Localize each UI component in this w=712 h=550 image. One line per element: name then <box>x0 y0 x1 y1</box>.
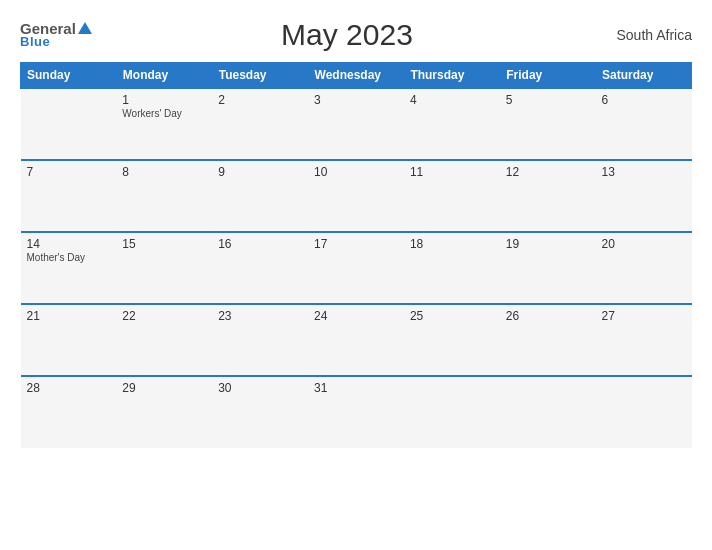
calendar-table: SundayMondayTuesdayWednesdayThursdayFrid… <box>20 62 692 448</box>
calendar-day-cell: 22 <box>116 304 212 376</box>
calendar-week-row: 21222324252627 <box>21 304 692 376</box>
calendar-day-cell <box>21 88 117 160</box>
calendar-day-cell: 11 <box>404 160 500 232</box>
calendar-day-cell: 10 <box>308 160 404 232</box>
day-number: 1 <box>122 93 206 107</box>
calendar-day-cell <box>404 376 500 448</box>
logo: General Blue <box>20 21 92 49</box>
holiday-label: Workers' Day <box>122 108 206 119</box>
day-number: 9 <box>218 165 302 179</box>
day-number: 29 <box>122 381 206 395</box>
day-number: 3 <box>314 93 398 107</box>
day-number: 26 <box>506 309 590 323</box>
calendar-day-cell <box>596 376 692 448</box>
day-number: 15 <box>122 237 206 251</box>
day-number: 13 <box>602 165 686 179</box>
day-number: 6 <box>602 93 686 107</box>
calendar-title: May 2023 <box>92 18 602 52</box>
calendar-week-row: 14Mother's Day151617181920 <box>21 232 692 304</box>
holiday-label: Mother's Day <box>27 252 111 263</box>
day-number: 20 <box>602 237 686 251</box>
weekday-header-cell: Thursday <box>404 63 500 89</box>
calendar-day-cell: 30 <box>212 376 308 448</box>
day-number: 7 <box>27 165 111 179</box>
day-number: 28 <box>27 381 111 395</box>
day-number: 16 <box>218 237 302 251</box>
calendar-day-cell: 25 <box>404 304 500 376</box>
logo-blue-text: Blue <box>20 34 50 49</box>
day-number: 22 <box>122 309 206 323</box>
calendar-day-cell: 20 <box>596 232 692 304</box>
calendar-day-cell: 16 <box>212 232 308 304</box>
calendar-day-cell: 18 <box>404 232 500 304</box>
day-number: 27 <box>602 309 686 323</box>
calendar-day-cell: 31 <box>308 376 404 448</box>
day-number: 8 <box>122 165 206 179</box>
day-number: 25 <box>410 309 494 323</box>
calendar-day-cell: 3 <box>308 88 404 160</box>
calendar-day-cell: 2 <box>212 88 308 160</box>
day-number: 14 <box>27 237 111 251</box>
weekday-header-cell: Saturday <box>596 63 692 89</box>
weekday-header-cell: Tuesday <box>212 63 308 89</box>
calendar-day-cell: 14Mother's Day <box>21 232 117 304</box>
calendar-day-cell: 29 <box>116 376 212 448</box>
day-number: 18 <box>410 237 494 251</box>
calendar-day-cell: 5 <box>500 88 596 160</box>
calendar-day-cell: 6 <box>596 88 692 160</box>
day-number: 5 <box>506 93 590 107</box>
calendar-day-cell: 4 <box>404 88 500 160</box>
calendar-day-cell: 13 <box>596 160 692 232</box>
day-number: 12 <box>506 165 590 179</box>
day-number: 17 <box>314 237 398 251</box>
day-number: 24 <box>314 309 398 323</box>
day-number: 10 <box>314 165 398 179</box>
calendar-day-cell: 9 <box>212 160 308 232</box>
calendar-day-cell: 19 <box>500 232 596 304</box>
day-number: 30 <box>218 381 302 395</box>
calendar-day-cell: 12 <box>500 160 596 232</box>
calendar-day-cell: 7 <box>21 160 117 232</box>
calendar-day-cell: 24 <box>308 304 404 376</box>
calendar-day-cell: 21 <box>21 304 117 376</box>
calendar-day-cell: 27 <box>596 304 692 376</box>
country-label: South Africa <box>602 27 692 43</box>
weekday-header-row: SundayMondayTuesdayWednesdayThursdayFrid… <box>21 63 692 89</box>
calendar-body: 1Workers' Day234567891011121314Mother's … <box>21 88 692 448</box>
calendar-week-row: 78910111213 <box>21 160 692 232</box>
calendar-page: General Blue May 2023 South Africa Sunda… <box>0 0 712 550</box>
calendar-day-cell: 28 <box>21 376 117 448</box>
calendar-day-cell: 26 <box>500 304 596 376</box>
day-number: 19 <box>506 237 590 251</box>
weekday-header-cell: Monday <box>116 63 212 89</box>
weekday-header-cell: Sunday <box>21 63 117 89</box>
calendar-day-cell: 17 <box>308 232 404 304</box>
calendar-day-cell: 23 <box>212 304 308 376</box>
day-number: 2 <box>218 93 302 107</box>
calendar-day-cell: 8 <box>116 160 212 232</box>
calendar-day-cell: 15 <box>116 232 212 304</box>
day-number: 31 <box>314 381 398 395</box>
header: General Blue May 2023 South Africa <box>20 18 692 52</box>
day-number: 11 <box>410 165 494 179</box>
logo-triangle-icon <box>78 22 92 34</box>
weekday-header-cell: Friday <box>500 63 596 89</box>
day-number: 21 <box>27 309 111 323</box>
calendar-week-row: 1Workers' Day23456 <box>21 88 692 160</box>
day-number: 23 <box>218 309 302 323</box>
calendar-header: SundayMondayTuesdayWednesdayThursdayFrid… <box>21 63 692 89</box>
day-number: 4 <box>410 93 494 107</box>
calendar-day-cell: 1Workers' Day <box>116 88 212 160</box>
weekday-header-cell: Wednesday <box>308 63 404 89</box>
calendar-week-row: 28293031 <box>21 376 692 448</box>
calendar-day-cell <box>500 376 596 448</box>
